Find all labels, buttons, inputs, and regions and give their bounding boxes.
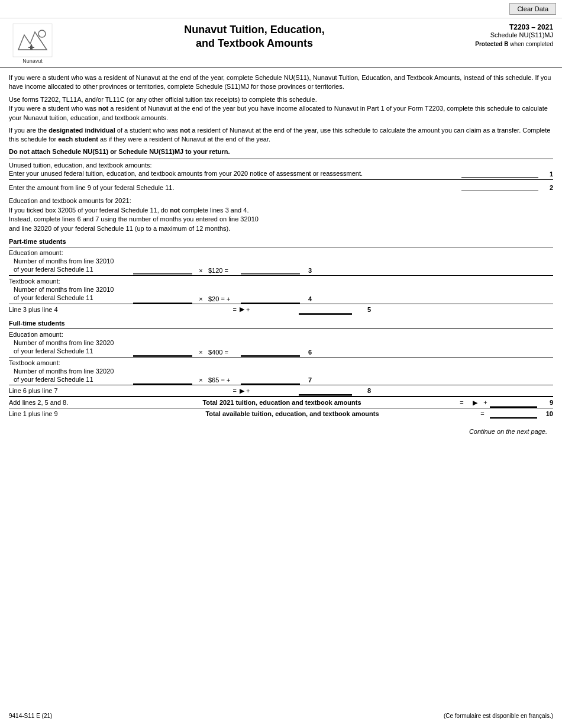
edu-note2: Instead, complete lines 6 and 7 using th… [9,215,553,224]
line10-result-field[interactable] [490,410,537,419]
line8-result-input[interactable] [299,386,352,395]
line7-months-input[interactable] [133,375,192,384]
line9-row: Add lines 2, 5 and 8. Total 2021 tuition… [9,396,553,408]
form-title: Nunavut Tuition, Education, and Textbook… [62,23,447,51]
line1-input[interactable] [461,168,538,178]
svg-rect-4 [28,47,34,48]
line3-months-field[interactable] [133,266,192,275]
line2-field[interactable] [461,182,538,191]
line1-section: Unused tuition, education, and textbook … [9,159,553,180]
line4-result-input[interactable] [241,294,300,302]
form-info: T2203 – 2021 Schedule NU(S11)MJ Protecte… [447,23,553,47]
clear-data-button[interactable]: Clear Data [509,3,556,15]
line6-months-input[interactable] [133,347,192,356]
line7-result-field[interactable] [241,375,300,385]
line4-result-field[interactable] [241,294,300,304]
line3-rate: $120 = [208,267,241,274]
line8-row: Line 6 plus line 7 = ▶ + 8 [9,385,553,396]
logo-text: Nunavut [22,58,43,64]
line1-field[interactable] [461,168,538,178]
line6-times: × [193,349,208,356]
line3-times: × [193,267,208,274]
line5-label: Line 3 plus line 4 [9,306,133,313]
line9-label: Add lines 2, 5 and 8. [9,399,109,406]
line3-result-field[interactable] [241,266,300,275]
svg-rect-0 [13,24,52,57]
line6-label: Education amount: Number of months from … [9,330,133,356]
line7-row: Textbook amount: Number of months from l… [9,357,553,385]
line7-times: × [193,376,208,384]
full-time-title: Full-time students [9,320,553,327]
protected-label: Protected B when completed [447,41,553,47]
line6-months-field[interactable] [133,347,192,357]
french-note: (Ce formulaire est disponible en françai… [444,713,553,719]
edu-header: Education and textbook amounts for 2021: [9,197,553,205]
line3-label: Education amount: Number of months from … [9,249,133,274]
line9-arrow: ▶ [469,399,481,407]
bold-note: Do not attach Schedule NU(S11) or Schedu… [9,148,553,155]
line9-plus: + [481,399,490,406]
line4-months-field[interactable] [133,294,192,304]
line1-number: 1 [538,170,553,178]
line3-result-input[interactable] [241,266,300,274]
line10-row: Line 1 plus line 9 Total available tuiti… [9,408,553,419]
line2-section: Enter the amount from line 9 of your fed… [9,179,553,193]
line3-months-input[interactable] [133,266,192,274]
part-time-section: Part-time students Education amount: Num… [9,238,553,315]
line8-arrow: ▶ [240,387,244,395]
nunavut-logo: Nunavut [9,23,56,64]
svg-rect-5 [31,44,32,46]
intro-para-3: If you were a student who was not a resi… [9,105,548,121]
intro-para-2: Use forms T2202, TL11A, and/or TL11C (or… [9,95,553,123]
line1-label: Unused tuition, education, and textbook … [9,161,461,178]
line5-result-input[interactable] [299,305,352,314]
form-code: 9414-S11 E (21) [9,713,52,719]
line10-bold: Total available tuition, education, and … [109,410,475,417]
intro-para-4: If you are the designated individual of … [9,126,553,144]
line2-label: Enter the amount from line 9 of your fed… [9,184,461,191]
line4-months-input[interactable] [133,294,192,302]
line6-result-input[interactable] [241,347,300,356]
line7-months-field[interactable] [133,375,192,385]
line8-result-field[interactable] [299,386,352,396]
schedule-label: Schedule NU(S11)MJ [447,31,553,38]
continue-text: Continue on the next page. [9,428,547,435]
line4-row: Textbook amount: Number of months from l… [9,275,553,304]
line10-eq: = [475,410,490,417]
line6-result-field[interactable] [241,347,300,357]
part-time-title: Part-time students [9,238,553,245]
line4-number: 4 [301,295,319,302]
line3-number: 3 [301,267,319,274]
line3-row: Education amount: Number of months from … [9,247,553,275]
form-number: T2203 – 2021 [447,23,553,31]
full-time-section: Full-time students Education amount: Num… [9,320,553,420]
intro-para-1: If you were a student who was a resident… [9,73,553,92]
line4-rate: $20 = + [208,295,241,302]
line10-result-input[interactable] [490,410,537,418]
line2-input[interactable] [461,182,538,191]
line6-rate: $400 = [208,349,241,356]
line9-bold: Total 2021 tuition, education and textbo… [109,399,454,406]
line7-number: 7 [301,376,319,384]
line8-eq: = [207,387,240,394]
edu-note1: If you ticked box 32005 of your federal … [9,206,553,215]
line4-label: Textbook amount: Number of months from l… [9,277,133,302]
line5-plus: + [246,306,250,313]
line5-result-field[interactable] [299,305,352,315]
line10-number: 10 [538,410,553,417]
line7-result-input[interactable] [241,375,300,384]
form-content: If you were a student who was a resident… [0,67,562,441]
edu-header-section: Education and textbook amounts for 2021:… [9,197,553,233]
line10-label: Line 1 plus line 9 [9,410,109,417]
line9-result-field[interactable] [490,398,537,408]
line6-row: Education amount: Number of months from … [9,328,553,357]
line6-number: 6 [301,349,319,356]
logo-area: Nunavut [9,23,56,64]
line7-label: Textbook amount: Number of months from l… [9,359,133,384]
line7-rate: $65 = + [208,376,241,384]
edu-note3: and line 32020 of your federal Schedule … [9,224,553,233]
page-header: Nunavut Nunavut Tuition, Education, and … [0,18,562,67]
line9-result-input[interactable] [490,398,537,407]
line8-plus: + [246,387,250,394]
nunavut-logo-svg [12,23,53,57]
